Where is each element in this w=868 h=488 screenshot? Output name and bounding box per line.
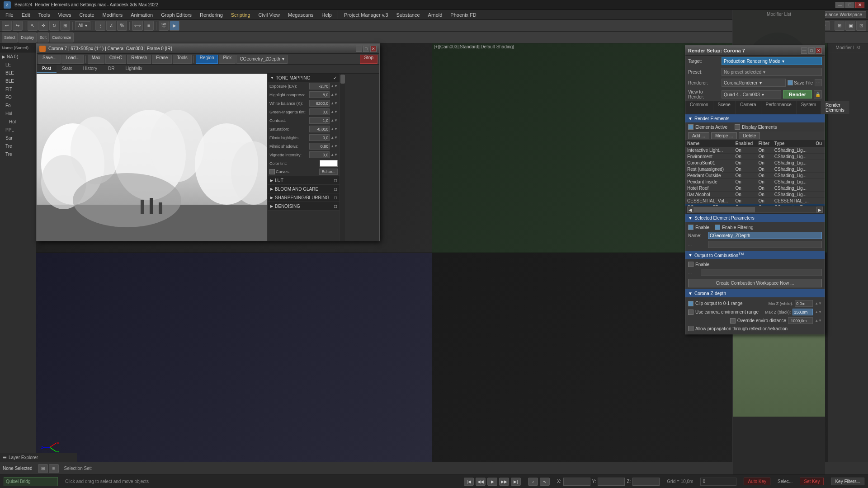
ctrl-c-button[interactable]: Ctrl+C bbox=[105, 55, 127, 64]
align-btn[interactable]: ≡ bbox=[144, 21, 154, 31]
tab-history[interactable]: History bbox=[78, 65, 103, 73]
scene-item-le[interactable]: LE bbox=[0, 61, 36, 69]
cfb-close[interactable]: ✕ bbox=[370, 46, 377, 52]
menu-modifiers[interactable]: Modifiers bbox=[99, 11, 127, 19]
rs-save-file-btn[interactable]: Save File bbox=[788, 80, 813, 85]
tm-exposure-input[interactable] bbox=[309, 83, 330, 89]
tab-dr[interactable]: DR bbox=[103, 65, 120, 73]
rs-maximize[interactable]: □ bbox=[808, 47, 815, 54]
rs-tab-render-elements[interactable]: Render Elements bbox=[821, 101, 849, 114]
layer-dropdown[interactable]: All▾ bbox=[75, 21, 90, 30]
elements-active-check[interactable]: Elements Active bbox=[688, 124, 727, 130]
minimize-btn[interactable]: — bbox=[835, 2, 844, 8]
rs-close[interactable]: ✕ bbox=[816, 47, 822, 54]
close-btn[interactable]: ✕ bbox=[855, 2, 864, 8]
render-setup-btn[interactable]: 🎬 bbox=[159, 21, 169, 31]
scene-item-ble2[interactable]: BLE bbox=[0, 77, 36, 85]
sharpening-header[interactable]: ▶ SHARPENING/BLURRING □ bbox=[268, 193, 340, 202]
tm-highlight-input[interactable] bbox=[309, 91, 330, 98]
scale-btn[interactable]: ⊞ bbox=[60, 21, 70, 31]
scene-item-fit[interactable]: FIT bbox=[0, 85, 36, 93]
undo-btn[interactable]: ↩ bbox=[2, 21, 12, 31]
enable-filtering-check[interactable]: Enable Filtering bbox=[715, 225, 753, 230]
rotate-btn[interactable]: ↻ bbox=[49, 21, 59, 31]
sub-select-btn[interactable]: Select bbox=[2, 33, 18, 42]
percent-snap-btn[interactable]: % bbox=[117, 21, 127, 31]
menu-arnold[interactable]: Arnold bbox=[425, 11, 446, 19]
next-key-btn[interactable]: ▶▶ bbox=[499, 478, 509, 486]
tools-button[interactable]: Tools bbox=[173, 55, 191, 64]
tm-fs-input[interactable] bbox=[309, 143, 330, 150]
menu-substance[interactable]: Substance bbox=[393, 11, 424, 19]
mirror-btn[interactable]: ⟺ bbox=[132, 21, 143, 31]
menu-megascans[interactable]: Megascans bbox=[284, 11, 317, 19]
max-button[interactable]: Max bbox=[88, 55, 104, 64]
layer-explorer-tab[interactable]: ☰ Layer Explorer bbox=[0, 453, 77, 462]
tm-saturation-input[interactable] bbox=[309, 126, 330, 132]
menu-file[interactable]: File bbox=[2, 11, 17, 19]
scene-item-hol1[interactable]: Hol bbox=[0, 109, 36, 117]
cfb-minimize[interactable]: — bbox=[356, 46, 362, 52]
menu-civil-view[interactable]: Civil View bbox=[255, 11, 283, 19]
render-elements-header[interactable]: ▼ Render Elements bbox=[685, 114, 825, 122]
mini-curve-icon[interactable]: ∿ bbox=[540, 478, 550, 486]
sound-icon[interactable]: ♪ bbox=[528, 478, 538, 486]
table-row[interactable]: Pendant OutsideOnOnCShading_Lig... bbox=[685, 173, 825, 179]
tab-post[interactable]: Post bbox=[37, 65, 57, 73]
tab-lightmix[interactable]: LightMix bbox=[120, 65, 147, 73]
load-button[interactable]: Load... bbox=[61, 55, 84, 64]
scene-item-ble1[interactable]: BLE bbox=[0, 69, 36, 77]
element-name-input[interactable] bbox=[708, 232, 822, 239]
selected-element-section-header[interactable]: ▼ Selected Element Parameters bbox=[685, 214, 825, 222]
tone-mapping-scrollbar[interactable] bbox=[340, 74, 345, 241]
curves-checkbox[interactable] bbox=[269, 169, 275, 174]
menu-phoenix-fd[interactable]: Phoenix FD bbox=[447, 11, 480, 19]
region-button[interactable]: Region bbox=[196, 55, 218, 64]
tm-gm-input[interactable] bbox=[309, 108, 330, 115]
table-row[interactable]: Rest (unassigned)OnOnCShading_Lig... bbox=[685, 166, 825, 173]
element-field2-input[interactable] bbox=[708, 241, 822, 248]
viewport-toggle-btns[interactable]: ⊞ ▣ ⊡ bbox=[835, 21, 866, 31]
menu-views[interactable]: Views bbox=[54, 11, 75, 19]
menu-help[interactable]: Help bbox=[318, 11, 335, 19]
snap-btn[interactable]: ⋮ bbox=[95, 21, 105, 31]
sub-edit-btn[interactable]: Edit bbox=[38, 33, 49, 42]
select-btn[interactable]: ↖ bbox=[28, 21, 38, 31]
table-row[interactable]: Pendant InsideOnOnCShading_Lig... bbox=[685, 179, 825, 185]
refresh-button[interactable]: Refresh bbox=[127, 55, 151, 64]
menu-create[interactable]: Create bbox=[76, 11, 98, 19]
angle-snap-btn[interactable]: ∠ bbox=[106, 21, 116, 31]
tm-fh-input[interactable] bbox=[309, 134, 330, 141]
z-coord[interactable] bbox=[632, 478, 660, 486]
table-row[interactable]: Interactive Light...OnOnCShading_Lig... bbox=[685, 147, 825, 154]
tab-stats[interactable]: Stats bbox=[57, 65, 78, 73]
sub-display-btn[interactable]: Display bbox=[19, 33, 37, 42]
rs-render-btn[interactable]: Render bbox=[783, 90, 812, 99]
menu-tools[interactable]: Tools bbox=[35, 11, 54, 19]
cfb-maximize[interactable]: □ bbox=[363, 46, 369, 52]
y-coord[interactable] bbox=[598, 478, 625, 486]
play-btn[interactable]: ▶ bbox=[487, 478, 497, 486]
menu-animation[interactable]: Animation bbox=[127, 11, 156, 19]
table-scroll-bar[interactable] bbox=[693, 206, 816, 213]
allow-propagation-check[interactable]: Allow propagation through reflection/ref… bbox=[688, 325, 822, 332]
zdepth-section-header[interactable]: ▼ Corona Z-depth bbox=[685, 289, 825, 297]
merge-element-btn[interactable]: Merge ... bbox=[711, 132, 737, 139]
prev-frame-btn[interactable]: |◀ bbox=[464, 478, 474, 486]
layer-options-icon[interactable]: ≡ bbox=[49, 464, 59, 473]
combustion-section-header[interactable]: ▼ Output to CombustionTM bbox=[685, 251, 825, 259]
override-input[interactable] bbox=[788, 317, 813, 324]
curves-editor-btn[interactable]: Editor... bbox=[319, 169, 338, 175]
pick-button[interactable]: Pick bbox=[219, 55, 236, 64]
auto-key-btn[interactable]: Auto Key bbox=[744, 478, 770, 485]
override-check[interactable]: Override enviro distance bbox=[730, 318, 786, 324]
render-btn[interactable]: ▶ bbox=[170, 21, 179, 31]
stop-button[interactable]: Stop bbox=[360, 55, 377, 64]
use-camera-check[interactable]: Use camera environment range bbox=[688, 310, 759, 315]
scene-item-fo2[interactable]: Fo bbox=[0, 101, 36, 109]
redo-btn[interactable]: ↪ bbox=[13, 21, 23, 31]
rs-tab-common[interactable]: Common bbox=[685, 101, 713, 114]
rs-minimize[interactable]: — bbox=[801, 47, 807, 54]
scene-item-tre2[interactable]: Tre bbox=[0, 150, 36, 158]
menu-project-manager[interactable]: Project Manager v.3 bbox=[340, 11, 392, 19]
